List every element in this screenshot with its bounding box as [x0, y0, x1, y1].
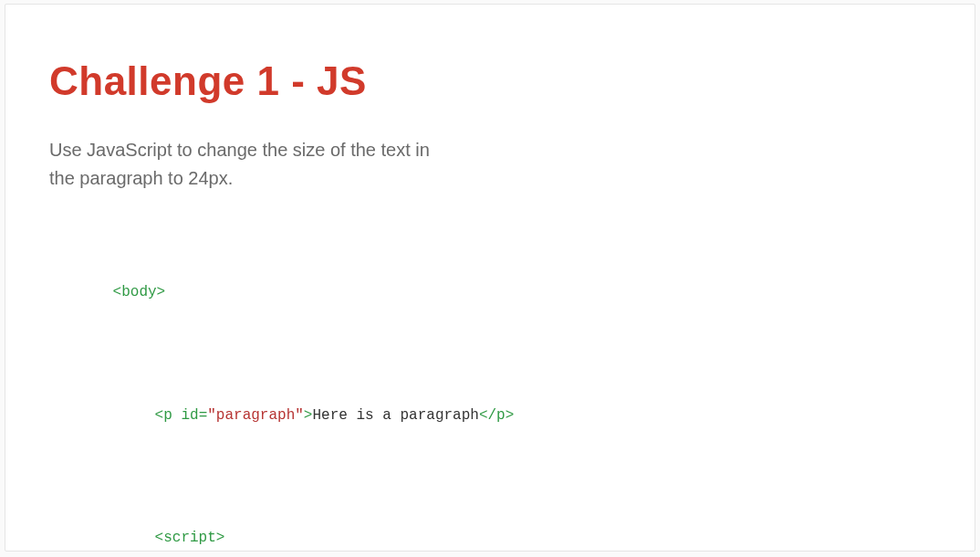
code-token-text: Here is a paragraph — [312, 407, 478, 424]
code-line: <script> — [60, 477, 931, 557]
code-line: <body> — [60, 231, 931, 353]
slide-title: Challenge 1 - JS — [49, 59, 931, 103]
code-token-tag: </p> — [479, 407, 514, 424]
code-line: <p id="paragraph">Here is a paragraph</p… — [60, 354, 931, 477]
code-block: <body> <p id="paragraph">Here is a parag… — [49, 231, 931, 557]
code-token-tag: <script> — [155, 530, 225, 546]
code-token-attr-name: id= — [181, 407, 207, 424]
code-token-tag: <p — [155, 407, 182, 424]
slide-description: Use JavaScript to change the size of the… — [49, 136, 451, 193]
code-token-attr-value: "paragraph" — [207, 407, 304, 424]
code-token-tag: <body> — [113, 284, 166, 300]
slide-container: Challenge 1 - JS Use JavaScript to chang… — [5, 4, 975, 552]
